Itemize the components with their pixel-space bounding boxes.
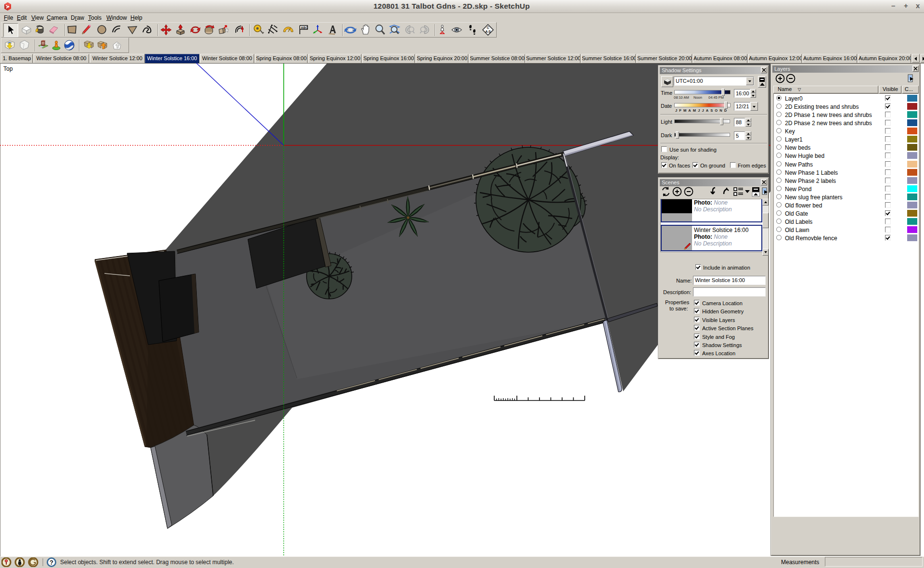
svg-text:ABC: ABC: [301, 26, 308, 29]
svg-text:A-S: A-S: [486, 30, 491, 33]
svg-text:C: C: [487, 26, 489, 29]
svg-text:?: ?: [50, 559, 53, 566]
